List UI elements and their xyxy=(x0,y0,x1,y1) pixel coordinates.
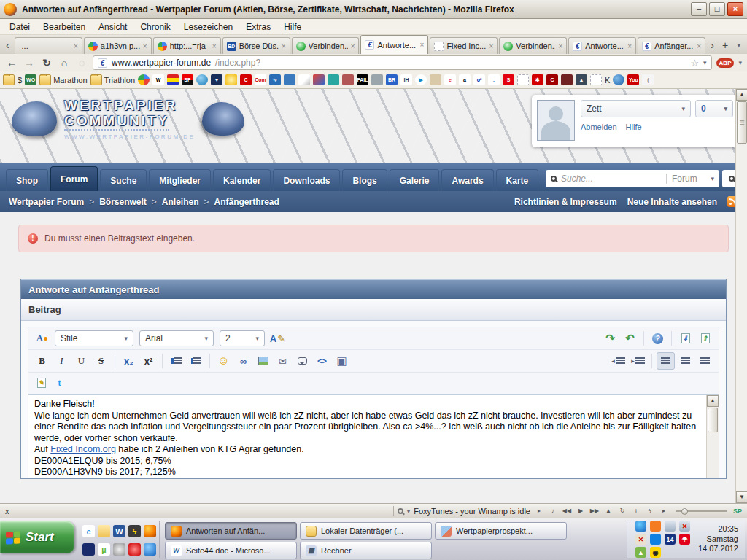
tab-close-icon[interactable]: × xyxy=(282,42,286,50)
tab-scroll-left-icon[interactable]: ‹ xyxy=(2,38,13,54)
insert-media-button[interactable]: ✉ xyxy=(274,352,292,370)
search-category-select[interactable]: Forum ▾ xyxy=(666,174,714,184)
tab-close-icon[interactable]: × xyxy=(489,42,493,50)
underline-button[interactable]: U xyxy=(72,352,90,370)
bookmark-item[interactable]: ∿ xyxy=(269,74,281,85)
foxytunes-control-button[interactable]: ϟ xyxy=(645,506,655,516)
bookmark-star-icon[interactable]: ☆ xyxy=(690,58,699,69)
message-textarea[interactable]: Danke Fleisch! Wie lange ich dem Unterne… xyxy=(28,394,719,479)
site-nav-tab[interactable]: Kalender xyxy=(213,169,271,191)
bookmark-item[interactable]: BR xyxy=(386,74,398,85)
message-link[interactable]: Fixed Incom.org xyxy=(50,444,116,454)
volume-slider[interactable] xyxy=(676,510,727,512)
site-nav-tab[interactable]: Awards xyxy=(441,169,493,191)
bookmark-item[interactable]: ( xyxy=(642,74,654,85)
bold-button[interactable]: B xyxy=(33,352,51,370)
tab-close-icon[interactable]: × xyxy=(143,42,147,50)
bookmark-item[interactable] xyxy=(138,74,150,85)
adblock-icon[interactable]: ABP xyxy=(716,58,735,68)
site-nav-tab[interactable]: Forum xyxy=(50,166,98,191)
menu-item[interactable]: Extras xyxy=(239,20,277,34)
maximize-button[interactable]: □ xyxy=(709,2,725,16)
font-color-button[interactable]: A xyxy=(33,330,51,347)
browser-tab[interactable]: Verbinden... × xyxy=(292,37,360,54)
indent-button[interactable]: ▸ xyxy=(629,352,647,370)
tray-icon[interactable] xyxy=(635,521,646,532)
quick-launch-icon[interactable]: e xyxy=(82,525,95,537)
breadcrumb-item[interactable]: Anleihen xyxy=(162,197,199,207)
foxytunes-control-button[interactable]: ▲ xyxy=(603,506,614,516)
taskbar-button[interactable]: Antworten auf Anfän... xyxy=(165,522,297,540)
browser-tab[interactable]: a1h3vn p... × xyxy=(84,37,152,54)
message-scroll-up-icon[interactable]: ▲ xyxy=(707,395,719,407)
start-button[interactable]: Start xyxy=(0,521,74,553)
foxytunes-control-button[interactable]: ◀◀ xyxy=(562,506,572,516)
foxytunes-search-icon[interactable] xyxy=(398,508,403,514)
redo-button[interactable]: ↷ xyxy=(601,330,619,347)
bookmark-item[interactable]: o² xyxy=(473,74,485,85)
quick-launch-icon[interactable] xyxy=(144,543,156,556)
bookmark-item[interactable] xyxy=(613,74,624,85)
help-link[interactable]: Hilfe xyxy=(626,122,642,131)
bookmark-item[interactable]: S xyxy=(503,74,514,85)
list-all-tabs-icon[interactable]: ▾ xyxy=(732,38,745,54)
site-nav-tab[interactable]: Suche xyxy=(100,169,147,191)
findbar-close-button[interactable]: x xyxy=(5,507,9,516)
bookmark-item[interactable] xyxy=(328,74,339,85)
quick-launch-icon[interactable] xyxy=(98,525,110,537)
bookmark-item[interactable] xyxy=(430,74,441,85)
impressum-link[interactable]: Richtlinien & Impressum xyxy=(514,197,617,207)
bookmark-item[interactable]: ✱ xyxy=(532,74,543,85)
bookmark-item[interactable] xyxy=(561,74,573,85)
browser-tab[interactable]: Antworte... × xyxy=(360,35,428,54)
bookmark-item[interactable]: e xyxy=(444,74,456,85)
foxytunes-control-button[interactable]: ▶▶ xyxy=(589,506,600,516)
quick-launch-icon[interactable] xyxy=(128,543,141,556)
site-search-input[interactable]: Suche... Forum ▾ xyxy=(546,170,719,187)
tab-close-icon[interactable]: × xyxy=(627,42,632,50)
logout-link[interactable]: Abmelden xyxy=(581,122,617,131)
site-nav-tab[interactable]: Galerie xyxy=(390,169,440,191)
quick-launch-icon[interactable] xyxy=(82,543,95,556)
bookmark-item[interactable] xyxy=(196,74,208,85)
tray-icon[interactable]: ☂ xyxy=(679,534,690,545)
menu-item[interactable]: Datei xyxy=(3,20,36,34)
bookmark-item[interactable]: Marathon xyxy=(39,74,87,85)
bookmark-item[interactable]: Com xyxy=(255,74,266,85)
quick-launch-icon[interactable]: µ xyxy=(98,543,110,556)
bookmark-item[interactable]: IH xyxy=(400,74,412,85)
tab-close-icon[interactable]: × xyxy=(420,41,425,49)
foxytunes-control-button[interactable]: ↻ xyxy=(617,506,627,516)
numbered-list-button[interactable] xyxy=(187,352,205,370)
adblock-caret-icon[interactable]: ▾ xyxy=(738,59,742,66)
quote-button[interactable] xyxy=(293,352,311,370)
bookmark-item[interactable]: You xyxy=(627,74,639,85)
forward-button[interactable]: → xyxy=(23,57,36,69)
bookmark-item[interactable] xyxy=(342,74,354,85)
align-left-button[interactable] xyxy=(657,352,675,370)
tray-icon[interactable] xyxy=(650,521,661,532)
tray-icon[interactable] xyxy=(665,521,676,532)
browser-tab[interactable]: Anfänger... × xyxy=(638,37,705,54)
remove-format-button[interactable]: A✎ xyxy=(268,330,287,347)
taskbar-button[interactable]: WSeite44.doc - Microso... xyxy=(165,542,297,559)
taskbar-clock[interactable]: 20:35 Samstag 14.07.2012 xyxy=(698,524,740,554)
size-select[interactable]: 2▾ xyxy=(220,330,265,346)
taskbar-button[interactable]: Wertpapierprospekt... xyxy=(435,522,567,540)
tray-icon[interactable] xyxy=(650,534,661,545)
align-right-button[interactable] xyxy=(696,352,714,370)
user-menu-select[interactable]: Zett ▾ xyxy=(581,100,691,117)
browser-tab[interactable]: Antworte... × xyxy=(568,37,636,54)
bookmark-item[interactable] xyxy=(517,74,529,85)
reload-button[interactable]: ↻ xyxy=(40,57,53,69)
browser-tab[interactable]: Verbinden... × xyxy=(499,37,567,54)
bookmark-item[interactable]: ♥ xyxy=(211,74,222,85)
bookmark-item[interactable]: FAIL xyxy=(357,74,368,85)
url-field[interactable]: www.wertpapier-forum.de/index.php? ☆ ▾ xyxy=(93,55,712,70)
tray-icon[interactable]: ◉ xyxy=(650,547,661,558)
menu-item[interactable]: Ansicht xyxy=(92,20,133,34)
bookmark-item[interactable]: C xyxy=(546,74,558,85)
bookmark-item[interactable] xyxy=(371,74,383,85)
notification-select[interactable]: 0 ▾ xyxy=(695,100,733,117)
font-select[interactable]: Arial▾ xyxy=(139,330,214,346)
